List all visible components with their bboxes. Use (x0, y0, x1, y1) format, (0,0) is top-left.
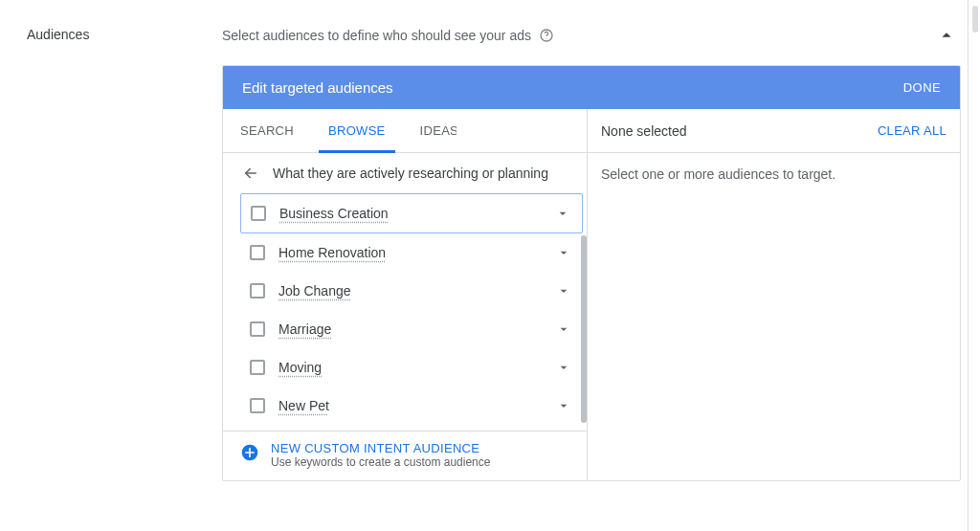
audience-label: Moving (278, 360, 543, 375)
custom-intent-footer[interactable]: NEW CUSTOM INTENT AUDIENCE Use keywords … (223, 431, 587, 480)
audience-list: Business CreationHome RenovationJob Chan… (223, 193, 587, 431)
list-item[interactable]: Marriage (240, 310, 583, 348)
section-label: Audiences (27, 21, 222, 481)
tab-browse[interactable]: BROWSE (311, 109, 403, 152)
audience-checkbox[interactable] (250, 321, 265, 337)
audience-checkbox[interactable] (250, 245, 265, 260)
tab-ideas[interactable]: IDEAS (403, 109, 457, 152)
section-description-row: Select audiences to define who should se… (222, 21, 961, 65)
tab-search[interactable]: SEARCH (223, 109, 311, 152)
help-icon[interactable] (539, 28, 554, 43)
list-item[interactable]: New Pet (240, 387, 583, 425)
audiences-panel: Edit targeted audiences DONE SEARCH BROW… (222, 65, 961, 481)
done-button[interactable]: DONE (903, 80, 941, 95)
panel-header: Edit targeted audiences DONE (223, 66, 960, 109)
custom-intent-title: NEW CUSTOM INTENT AUDIENCE (271, 441, 490, 455)
list-item[interactable]: Moving (240, 348, 583, 387)
chevron-down-icon[interactable] (556, 360, 571, 375)
panel-title: Edit targeted audiences (242, 79, 393, 96)
chevron-down-icon[interactable] (556, 398, 571, 413)
page-scrollbar[interactable] (972, 6, 978, 33)
audience-label: Job Change (278, 283, 543, 299)
list-item[interactable]: Business Creation (240, 193, 583, 233)
selected-empty-text: Select one or more audiences to target. (588, 153, 960, 195)
list-item[interactable]: Purchasing a Home (240, 425, 583, 431)
list-scrollbar[interactable] (581, 235, 587, 423)
list-item[interactable]: Home Renovation (240, 233, 583, 272)
audience-label: Marriage (278, 321, 543, 337)
window-divider (968, 0, 969, 531)
audience-label: Business Creation (279, 206, 542, 221)
collapse-section-icon[interactable] (936, 25, 957, 46)
audience-checkbox[interactable] (251, 206, 266, 221)
audience-checkbox[interactable] (250, 283, 265, 299)
back-arrow-icon[interactable] (242, 165, 259, 182)
custom-intent-subtitle: Use keywords to create a custom audience (271, 455, 490, 469)
chevron-down-icon[interactable] (555, 206, 570, 221)
audience-label: Home Renovation (278, 245, 543, 260)
category-label: What they are actively researching or pl… (273, 166, 548, 181)
clear-all-button[interactable]: CLEAR ALL (878, 123, 947, 138)
audience-label: New Pet (278, 398, 543, 413)
category-row: What they are actively researching or pl… (223, 153, 587, 193)
audience-checkbox[interactable] (250, 360, 265, 375)
chevron-down-icon[interactable] (556, 321, 571, 337)
chevron-down-icon[interactable] (556, 283, 571, 299)
selected-count-label: None selected (601, 123, 687, 139)
selected-pane: None selected CLEAR ALL Select one or mo… (588, 109, 960, 480)
tabs: SEARCH BROWSE IDEAS (223, 109, 587, 153)
browse-pane: SEARCH BROWSE IDEAS What they are active… (223, 109, 588, 480)
list-item[interactable]: Job Change (240, 272, 583, 310)
plus-circle-icon (240, 443, 259, 462)
audience-checkbox[interactable] (250, 398, 265, 413)
section-description: Select audiences to define who should se… (222, 28, 531, 43)
chevron-down-icon[interactable] (556, 245, 571, 260)
svg-point-1 (546, 38, 546, 39)
selected-header: None selected CLEAR ALL (588, 109, 960, 153)
